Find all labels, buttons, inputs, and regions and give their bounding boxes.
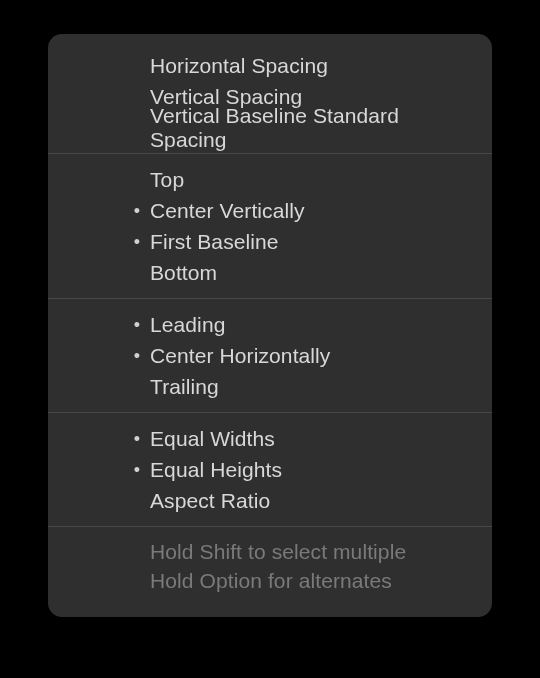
menu-group-hints: • Hold Shift to select multiple • Hold O… [48, 533, 492, 599]
menu-item-label: Equal Widths [150, 427, 275, 451]
menu-group-vertical-align: • Top • Center Vertically • First Baseli… [48, 160, 492, 292]
hint-option: • Hold Option for alternates [48, 566, 492, 595]
selection-bullet-icon: • [124, 430, 150, 448]
menu-item-equal-widths[interactable]: • Equal Widths [48, 423, 492, 454]
menu-item-vertical-baseline-standard-spacing[interactable]: • Vertical Baseline Standard Spacing [48, 112, 492, 143]
menu-item-equal-heights[interactable]: • Equal Heights [48, 454, 492, 485]
menu-item-top[interactable]: • Top [48, 164, 492, 195]
menu-item-trailing[interactable]: • Trailing [48, 371, 492, 402]
menu-item-label: Leading [150, 313, 225, 337]
menu-group-sizing: • Equal Widths • Equal Heights • Aspect … [48, 419, 492, 520]
selection-bullet-icon: • [124, 233, 150, 251]
menu-item-aspect-ratio[interactable]: • Aspect Ratio [48, 485, 492, 516]
hint-label: Hold Shift to select multiple [150, 540, 406, 564]
menu-group-horizontal-align: • Leading • Center Horizontally • Traili… [48, 305, 492, 406]
menu-item-center-vertically[interactable]: • Center Vertically [48, 195, 492, 226]
menu-item-label: First Baseline [150, 230, 279, 254]
menu-item-label: Horizontal Spacing [150, 54, 328, 78]
menu-item-label: Aspect Ratio [150, 489, 270, 513]
separator [48, 298, 492, 299]
hint-shift: • Hold Shift to select multiple [48, 537, 492, 566]
hint-label: Hold Option for alternates [150, 569, 392, 593]
menu-item-label: Top [150, 168, 184, 192]
constraints-menu: • Horizontal Spacing • Vertical Spacing … [48, 34, 492, 617]
menu-item-horizontal-spacing[interactable]: • Horizontal Spacing [48, 50, 492, 81]
selection-bullet-icon: • [124, 316, 150, 334]
selection-bullet-icon: • [124, 347, 150, 365]
selection-bullet-icon: • [124, 202, 150, 220]
menu-group-spacing: • Horizontal Spacing • Vertical Spacing … [48, 46, 492, 147]
menu-item-label: Equal Heights [150, 458, 282, 482]
menu-item-center-horizontally[interactable]: • Center Horizontally [48, 340, 492, 371]
menu-item-leading[interactable]: • Leading [48, 309, 492, 340]
separator [48, 153, 492, 154]
menu-item-first-baseline[interactable]: • First Baseline [48, 226, 492, 257]
menu-item-label: Trailing [150, 375, 219, 399]
menu-item-label: Bottom [150, 261, 217, 285]
menu-item-label: Vertical Baseline Standard Spacing [150, 104, 474, 152]
separator [48, 412, 492, 413]
selection-bullet-icon: • [124, 461, 150, 479]
separator [48, 526, 492, 527]
menu-item-label: Center Vertically [150, 199, 305, 223]
menu-item-label: Center Horizontally [150, 344, 330, 368]
menu-item-bottom[interactable]: • Bottom [48, 257, 492, 288]
